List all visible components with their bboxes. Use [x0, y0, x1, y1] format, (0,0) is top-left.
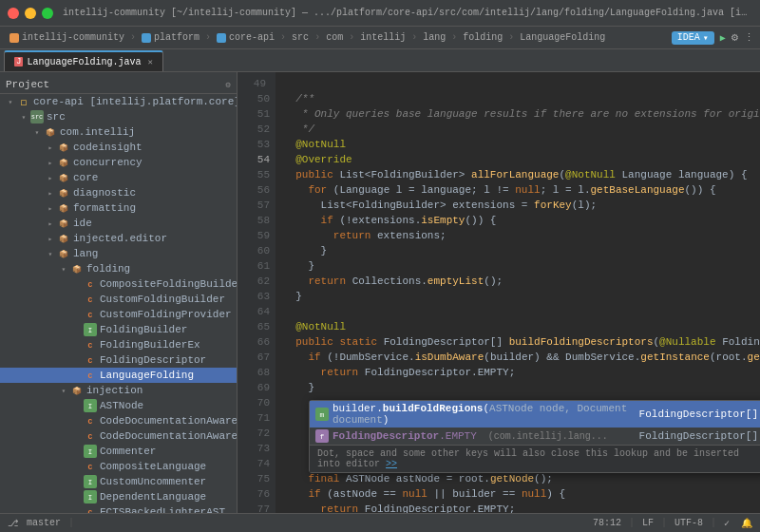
tree-arrow: ▸ [44, 143, 57, 152]
tree-item-core[interactable]: ▸ 📦 core [0, 170, 237, 185]
pkg-icon: 📦 [57, 201, 70, 215]
autocomplete-item-1[interactable]: f FoldingDescriptor.EMPTY (com.intellij.… [310, 428, 760, 445]
tree-item-fcts[interactable]: ▸ C FCTSBackedLighterAST [0, 504, 237, 513]
tree-item-com-intellij[interactable]: ▾ 📦 com.intellij [0, 124, 237, 140]
breadcrumb-item-platform[interactable]: platform [138, 30, 203, 45]
breadcrumb: intellij-community › platform › core-api… [0, 27, 760, 49]
breadcrumb-sep: › [280, 32, 286, 43]
close-button[interactable] [8, 8, 19, 19]
tree-item-codeinsight[interactable]: ▸ 📦 codeinsight [0, 140, 237, 155]
method-icon: m [315, 408, 329, 421]
minimize-button[interactable] [25, 8, 36, 19]
tree-arrow: ▸ [44, 189, 57, 198]
code-area[interactable]: 49 50 51 52 53 54 55 56 57 58 59 60 61 6… [238, 72, 760, 513]
tree-item-formatting[interactable]: ▸ 📦 formatting [0, 200, 237, 216]
tree-item-src[interactable]: ▾ src src [0, 109, 237, 124]
tree-item-injected-editor[interactable]: ▸ 📦 injected.editor [0, 231, 237, 246]
code-line: final ASTNode astNode = root.getNode(); [283, 473, 553, 484]
breadcrumb-item-core-api[interactable]: core-api [213, 30, 278, 45]
tree-item-code-doc2[interactable]: ▸ C CodeDocumentationAwareCo... [0, 428, 237, 444]
breadcrumb-label: platform [154, 32, 200, 43]
autocomplete-item-0[interactable]: m builder.buildFoldRegions(ASTNode node,… [310, 401, 760, 428]
tree-label: ide [73, 218, 92, 229]
tree-item-code-doc1[interactable]: ▸ C CodeDocumentationAwareCo... [0, 413, 237, 428]
src-icon: src [30, 110, 44, 124]
tree-label: injection [86, 385, 142, 396]
status-bar: ⎇ master | 78:12 | LF | UTF-8 | ✓ 🔔 [0, 513, 760, 532]
encoding[interactable]: UTF-8 [674, 518, 703, 528]
tree-item-commenter[interactable]: ▸ I Commenter [0, 444, 237, 459]
build-icon[interactable]: ⚙ [732, 30, 738, 45]
breadcrumb-item-languagefolding[interactable]: LanguageFolding [516, 30, 609, 45]
tree-item-diagnostic[interactable]: ▸ 📦 diagnostic [0, 185, 237, 200]
run-icon[interactable]: ▶ [720, 32, 726, 44]
breadcrumb-item-intellij[interactable]: intellij-community [6, 30, 128, 45]
tree-label: ASTNode [100, 400, 143, 411]
breadcrumb-item-src[interactable]: src [288, 30, 313, 45]
tree-item-composite-lang[interactable]: ▸ C CompositeLanguage [0, 459, 237, 474]
git-branch[interactable]: master [27, 518, 61, 528]
autocomplete-popup[interactable]: m builder.buildFoldRegions(ASTNode node,… [309, 400, 760, 473]
idea-label: IDEA [677, 32, 700, 43]
breadcrumb-item-com[interactable]: com [322, 30, 347, 45]
tree-label: concurrency [73, 157, 142, 168]
hint-link[interactable]: >> [386, 459, 397, 469]
project-header-label: Project [6, 79, 49, 90]
tree-item-injection[interactable]: ▾ 📦 injection [0, 383, 237, 398]
tree-item-folding-builder[interactable]: ▸ I FoldingBuilder [0, 322, 237, 337]
pkg-icon: 📦 [57, 156, 70, 169]
window-title: intellij-community [~/intellij-community… [63, 8, 752, 18]
breadcrumb-sep: › [205, 32, 211, 43]
code-line: } [283, 382, 314, 393]
autocomplete-hint: Dot, space and some other keys will also… [310, 445, 760, 472]
tree-item-root[interactable]: ▾ ◻ core-api [intellij.platform.core] [0, 94, 237, 109]
tree-label: LanguageFolding [100, 370, 194, 381]
tree-item-folding-descriptor[interactable]: ▸ C FoldingDescriptor [0, 352, 237, 368]
tree-item-custom-folding-builder[interactable]: ▸ C CustomFoldingBuilder [0, 292, 237, 307]
tree-item-ide[interactable]: ▸ 📦 ide [0, 216, 237, 231]
idea-button[interactable]: IDEA ▾ [672, 31, 714, 45]
project-sidebar: Project ⚙ ▾ ◻ core-api [intellij.platfor… [0, 72, 238, 513]
window-controls[interactable] [8, 8, 53, 19]
tab-label: LanguageFolding.java [27, 57, 141, 67]
tree-item-language-folding[interactable]: ▸ C LanguageFolding [0, 368, 237, 383]
tree-label: CompositeLanguage [100, 461, 206, 472]
breadcrumb-item-folding[interactable]: folding [459, 30, 506, 45]
tab-close-button[interactable]: ✕ [147, 57, 152, 67]
tree-item-lang[interactable]: ▾ 📦 lang [0, 246, 237, 261]
tree-item-composite-folding[interactable]: ▸ C CompositeFoldingBuilder [0, 276, 237, 292]
tree-label: FoldingBuilderEx [100, 339, 200, 351]
breadcrumb-label: LanguageFolding [520, 32, 605, 43]
file-tab-languagefolding[interactable]: J LanguageFolding.java ✕ [4, 50, 163, 71]
tree-label: formatting [73, 202, 136, 214]
more-icon[interactable]: ⋮ [744, 31, 754, 44]
cursor-position[interactable]: 78:12 [593, 518, 621, 528]
code-line: } [283, 245, 327, 256]
breadcrumb-label: lang [423, 32, 446, 43]
tree-item-concurrency[interactable]: ▸ 📦 concurrency [0, 155, 237, 170]
java-class-icon: C [84, 460, 97, 473]
tree-item-custom-uncommenter[interactable]: ▸ I CustomUncommenter [0, 474, 237, 489]
tree-label: FoldingBuilder [100, 324, 187, 335]
tree-arrow: ▸ [44, 219, 57, 228]
maximize-button[interactable] [42, 8, 53, 19]
code-line: @NotNull [283, 321, 346, 332]
notification-icon[interactable]: 🔔 [741, 518, 752, 529]
tree-item-folding[interactable]: ▾ 📦 folding [0, 261, 237, 276]
line-separator[interactable]: LF [642, 518, 654, 528]
pkg-icon: 📦 [70, 262, 84, 276]
tree-label: CompositeFoldingBuilder [100, 278, 238, 290]
tree-item-dependent-lang[interactable]: ▸ I DependentLanguage [0, 489, 237, 504]
tree-label: codeinsight [73, 142, 142, 153]
breadcrumb-item-lang[interactable]: lang [419, 30, 449, 45]
tree-arrow: ▾ [44, 250, 57, 258]
tree-label: CustomFoldingBuilder [100, 294, 225, 305]
code-line: @Override [283, 154, 352, 165]
breadcrumb-item-intellij2[interactable]: intellij [356, 30, 409, 45]
breadcrumb-sep: › [349, 32, 354, 43]
tree-item-folding-builder-ex[interactable]: ▸ C FoldingBuilderEx [0, 337, 237, 352]
tree-item-custom-folding-provider[interactable]: ▸ C CustomFoldingProvider [0, 307, 237, 322]
sidebar-settings-icon[interactable]: ⚙ [226, 80, 231, 90]
tree-arrow: ▾ [57, 387, 70, 395]
tree-item-astnode[interactable]: ▸ I ASTNode [0, 398, 237, 413]
